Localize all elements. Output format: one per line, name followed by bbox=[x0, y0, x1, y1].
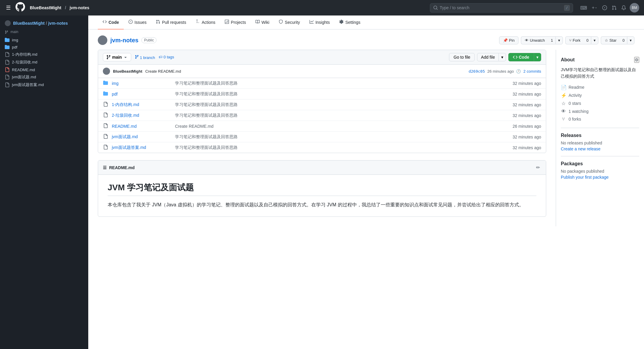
sidebar-item-1-内存结构.md[interactable]: 1-内存结构.md bbox=[0, 51, 88, 58]
add-file-dropdown[interactable]: ▾ bbox=[499, 53, 506, 61]
sidebar-item-README.md[interactable]: README.md bbox=[0, 66, 88, 73]
watch-count[interactable]: 1 bbox=[548, 36, 555, 44]
tab-wiki[interactable]: Wiki bbox=[251, 15, 274, 29]
add-file-button[interactable]: Add file bbox=[477, 53, 499, 61]
create-release-link[interactable]: Create a new release bbox=[561, 147, 600, 151]
file-name[interactable]: jvm面试题答案.md bbox=[112, 145, 171, 150]
readme-header: ☰ README.md ✏ bbox=[98, 161, 546, 175]
file-name[interactable]: 1-内存结构.md bbox=[112, 102, 171, 107]
file-type-icon bbox=[103, 123, 108, 129]
tab-projects[interactable]: Projects bbox=[220, 15, 251, 29]
security-nav-label: Security bbox=[285, 20, 300, 25]
branches-count-link[interactable]: 1 branch bbox=[135, 55, 155, 60]
file-row: jvm面试题答案.md 学习笔记和整理面试题及回答思路 32 minutes a… bbox=[98, 142, 546, 153]
sidebar-item-2-垃圾回收.md[interactable]: 2-垃圾回收.md bbox=[0, 58, 88, 66]
sidebar-item-jvm面试题答案.md[interactable]: jvm面试题答案.md bbox=[0, 81, 88, 89]
file-label: 2-垃圾回收.md bbox=[12, 60, 37, 65]
file-time: 32 minutes ago bbox=[513, 92, 541, 96]
file-icon bbox=[5, 67, 10, 72]
tab-code[interactable]: Code bbox=[98, 15, 124, 29]
star-group: ☆ Star 0 ▾ bbox=[601, 36, 634, 44]
star-count[interactable]: 0 bbox=[620, 36, 627, 44]
sidebar-item-pdf[interactable]: pdf bbox=[0, 43, 88, 51]
file-row: README.md Create README.md 26 minutes ag… bbox=[98, 121, 546, 132]
file-label: jvm面试题答案.md bbox=[12, 82, 44, 88]
actions-nav-icon bbox=[196, 20, 200, 25]
file-row: pdf 学习笔记和整理面试题及回答思路 32 minutes ago bbox=[98, 89, 546, 99]
file-label: pdf bbox=[12, 45, 17, 49]
settings-nav-icon bbox=[339, 20, 343, 25]
issue-icon-button[interactable] bbox=[601, 4, 608, 11]
main-layout: BlueBeastMight / jvm-notes main imgpdf1-… bbox=[0, 15, 644, 349]
tab-settings[interactable]: Settings bbox=[335, 15, 365, 29]
about-stat-1[interactable]: ⚡Activity bbox=[561, 93, 639, 98]
tags-count-link[interactable]: 🏷 0 tags bbox=[159, 55, 174, 60]
file-icon bbox=[5, 52, 10, 57]
file-time: 32 minutes ago bbox=[513, 102, 541, 107]
tab-security[interactable]: Security bbox=[274, 15, 305, 29]
code-nav-label: Code bbox=[109, 20, 119, 25]
about-stat-0[interactable]: 📄Readme bbox=[561, 85, 639, 90]
file-description: 学习笔记和整理面试题及回答思路 bbox=[175, 81, 509, 86]
user-avatar[interactable]: BM bbox=[630, 3, 639, 13]
about-stat-2[interactable]: ☆0 stars bbox=[561, 101, 639, 106]
fork-button[interactable]: ⑂ Fork bbox=[565, 36, 584, 44]
branch-selector[interactable]: main bbox=[103, 53, 131, 61]
file-name[interactable]: README.md bbox=[112, 124, 171, 129]
file-name[interactable]: 2-垃圾回收.md bbox=[112, 113, 171, 118]
pr-icon-button[interactable] bbox=[611, 4, 618, 11]
issues-nav-label: Issues bbox=[134, 20, 146, 25]
file-label: README.md bbox=[12, 68, 35, 72]
github-logo-icon bbox=[16, 2, 25, 13]
stat-icon: 📄 bbox=[561, 85, 566, 90]
commit-hash[interactable]: d269c05 bbox=[469, 69, 485, 74]
code-button[interactable]: Code bbox=[508, 53, 534, 61]
terminal-icon-button[interactable]: ⌨ bbox=[579, 4, 588, 12]
divider bbox=[561, 128, 639, 128]
about-stat-4[interactable]: ⑂0 forks bbox=[561, 116, 639, 122]
commit-author[interactable]: BlueBeastMight bbox=[113, 69, 142, 74]
fork-dropdown[interactable]: ▾ bbox=[591, 36, 598, 44]
watch-dropdown[interactable]: ▾ bbox=[555, 36, 563, 44]
repo-name[interactable]: jvm-notes bbox=[110, 37, 138, 44]
commit-time: 26 minutes ago bbox=[487, 69, 514, 74]
bell-icon-button[interactable] bbox=[620, 4, 627, 11]
star-button[interactable]: ☆ Star bbox=[601, 36, 620, 44]
readme-title: ☰ README.md bbox=[103, 165, 135, 170]
code-dropdown[interactable]: ▾ bbox=[534, 53, 541, 61]
go-to-file-button[interactable]: Go to file bbox=[449, 53, 475, 61]
commits-count-link[interactable]: 2 commits bbox=[523, 69, 541, 74]
hamburger-button[interactable]: ☰ bbox=[5, 3, 12, 12]
settings-nav-label: Settings bbox=[345, 20, 360, 25]
file-icon bbox=[5, 82, 10, 87]
star-dropdown[interactable]: ▾ bbox=[627, 36, 634, 44]
file-browser: main 1 branch 🏷 0 tags bbox=[98, 50, 546, 153]
file-name[interactable]: img bbox=[112, 81, 171, 86]
readme-section: ☰ README.md ✏ JVM 学习笔记及面试题 本仓库包含了我关于 JVM… bbox=[98, 160, 546, 217]
readme-icon: ☰ bbox=[103, 165, 107, 170]
repo-owner-avatar bbox=[98, 35, 107, 45]
insights-nav-label: Insights bbox=[315, 20, 330, 25]
plus-button[interactable]: + bbox=[591, 4, 599, 12]
fork-count[interactable]: 0 bbox=[584, 36, 591, 44]
pin-button[interactable]: 📌 Pin bbox=[499, 36, 518, 44]
content-area: CodeIssuesPull requestsActionsProjectsWi… bbox=[88, 15, 644, 349]
publish-package-link[interactable]: Publish your first package bbox=[561, 175, 609, 180]
packages-title: Packages bbox=[561, 161, 639, 166]
tab-issues[interactable]: Issues bbox=[124, 15, 151, 29]
about-stat-3[interactable]: 👁1 watching bbox=[561, 109, 639, 114]
file-name[interactable]: pdf bbox=[112, 92, 171, 96]
file-name[interactable]: jvm面试题.md bbox=[112, 134, 171, 140]
search-box[interactable]: Type / to search / bbox=[430, 3, 573, 13]
about-gear-button[interactable]: ⚙ bbox=[634, 57, 639, 63]
file-type-icon bbox=[103, 113, 108, 118]
unwatch-button[interactable]: 👁 Unwatch bbox=[521, 36, 549, 44]
sidebar-item-img[interactable]: img bbox=[0, 36, 88, 43]
tab-pull-requests[interactable]: Pull requests bbox=[151, 15, 191, 29]
security-nav-icon bbox=[279, 20, 283, 25]
tab-insights[interactable]: Insights bbox=[305, 15, 335, 29]
tab-actions[interactable]: Actions bbox=[191, 15, 220, 29]
insights-nav-icon bbox=[309, 20, 314, 25]
readme-edit-button[interactable]: ✏ bbox=[535, 163, 541, 172]
sidebar-item-jvm面试题.md[interactable]: jvm面试题.md bbox=[0, 73, 88, 81]
